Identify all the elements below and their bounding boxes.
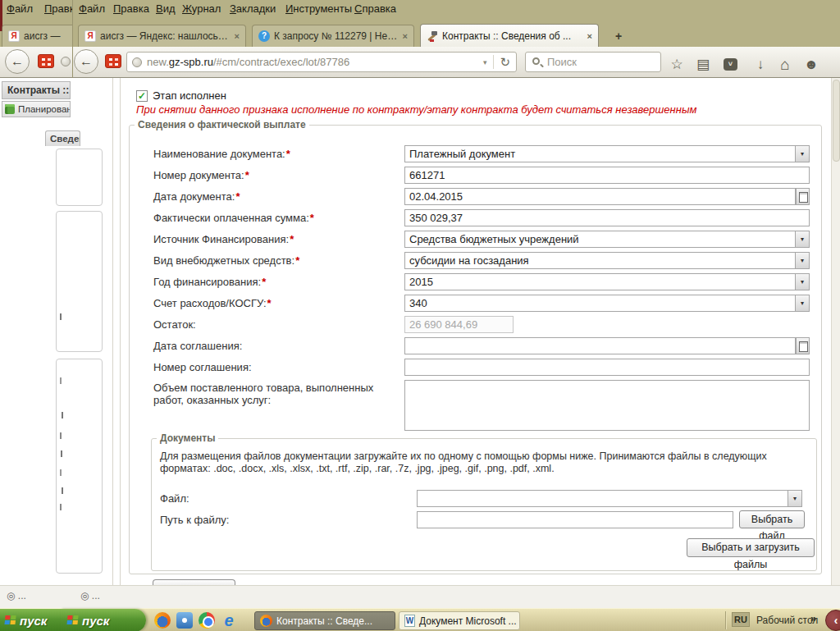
chevron-down-icon[interactable]: ▾ — [795, 231, 809, 247]
field-label: Счет расходов/КОСГУ: — [153, 297, 267, 309]
menu-edit[interactable]: Правка — [113, 2, 149, 15]
tab-contracts-active[interactable]: Контракты :: Сведения об ... × — [420, 24, 599, 47]
planning-icon — [5, 104, 15, 114]
firefox-quicklaunch-icon[interactable] — [154, 612, 171, 629]
blue-app-quicklaunch-icon[interactable] — [176, 612, 193, 629]
panel-divider — [120, 78, 121, 585]
form-row-kosgu: Счет расходов/КОСГУ:* 340▾ — [130, 295, 821, 313]
reading-list-icon[interactable]: ▤ — [692, 54, 714, 75]
downloads-icon[interactable]: ↓ — [750, 54, 771, 75]
tray-expander-icon[interactable]: ‹ — [825, 610, 840, 631]
extrabudget-type-select[interactable]: субсидии на госзадания▾ — [404, 252, 810, 269]
tab-helpdesk[interactable]: ? К запросу № 112279 | HelpD... × — [252, 25, 414, 47]
agreement-date-input[interactable] — [404, 337, 796, 354]
file-path-input[interactable] — [417, 511, 733, 528]
menu-tools[interactable]: Инструменты — [285, 2, 352, 15]
doc-date-input[interactable] — [404, 188, 796, 205]
menu-help[interactable]: Справка — [354, 2, 396, 15]
funding-year-select[interactable]: 2015▾ — [404, 273, 810, 290]
file-label: Файл: — [160, 490, 189, 507]
taskbar-task-contracts[interactable]: Контракты :: Сведе... — [254, 611, 395, 630]
required-marker: * — [290, 233, 294, 245]
field-label: Источник Финансирования: — [153, 233, 289, 245]
save-button-clipped[interactable] — [153, 579, 235, 585]
start-button[interactable]: пуск — [61, 609, 146, 631]
calendar-icon[interactable] — [796, 337, 810, 354]
file-select[interactable]: ▾ — [417, 490, 802, 507]
firefox-icon — [260, 615, 272, 627]
form-row-goods-volume: Объем поставленного товара, выполненных … — [130, 380, 821, 432]
stage-complete-checkbox[interactable]: ✓ — [136, 90, 148, 102]
field-label: Вид внебюджетных средств: — [153, 254, 294, 267]
home-icon[interactable]: ⌂ — [774, 54, 796, 75]
choose-file-button[interactable]: Выбрать файл — [739, 510, 805, 528]
desktop-toolbar-label[interactable]: Рабочий стол — [756, 615, 818, 626]
clipped-panel — [56, 149, 103, 206]
status-indicator: ◎ ... — [7, 590, 26, 601]
field-label: Номер документа: — [153, 169, 244, 181]
funding-source-select[interactable]: Средства бюджетных учреждений▾ — [404, 231, 810, 248]
tab-close-icon[interactable]: × — [587, 31, 592, 41]
sidebar-header-contracts: Контракты :: — [2, 81, 71, 99]
tray-chevron-icon[interactable]: » — [810, 612, 816, 624]
page-scrollbar[interactable] — [831, 78, 840, 585]
menu-edit-back[interactable]: Правка — [44, 2, 72, 15]
menu-bookmarks[interactable]: Закладки — [230, 2, 276, 15]
chevron-down-icon[interactable]: ▾ — [795, 146, 809, 162]
menu-file[interactable]: Файл — [79, 2, 105, 15]
yandex-bookmarks-icon[interactable] — [105, 54, 121, 68]
hello-chat-icon[interactable]: ☻ — [801, 54, 822, 75]
chevron-down-icon[interactable]: ▾ — [795, 253, 809, 268]
url-dropdown-icon[interactable]: ▾ — [477, 58, 494, 66]
paid-sum-input[interactable] — [404, 209, 810, 226]
kosgu-select[interactable]: 340▾ — [404, 295, 810, 312]
form-row-doc-date: Дата документа:* — [130, 188, 821, 206]
calendar-icon[interactable] — [796, 188, 810, 205]
bookmark-star-icon[interactable]: ☆ — [666, 54, 687, 75]
stage-complete-label: Этап исполнен — [153, 89, 226, 102]
menu-file-back[interactable]: Файл — [7, 2, 33, 15]
upload-files-button[interactable]: Выбрать и загрузить файлы — [687, 538, 815, 557]
scrollbar-thumb[interactable] — [833, 80, 840, 162]
doc-number-input[interactable] — [404, 167, 810, 184]
back-button[interactable]: ← — [74, 49, 98, 74]
new-tab-button[interactable]: + — [609, 30, 628, 44]
file-path-label: Путь к файлу: — [160, 511, 229, 528]
field-label: Год финансирования: — [153, 276, 261, 288]
windows-flag-icon — [66, 615, 78, 625]
tab-back-window[interactable]: Я аисгз — — [2, 25, 72, 47]
start-button[interactable]: пуск — [0, 609, 61, 631]
tab-svedeniya-clipped[interactable]: Сведения — [45, 130, 80, 146]
pocket-icon[interactable]: ˅ — [724, 58, 737, 71]
tab-yandex-search[interactable]: Я аисгз — Яндекс: нашлось 2... × — [78, 25, 246, 47]
search-box[interactable] — [525, 52, 661, 72]
sidebar-item-planning[interactable]: Планирование — [2, 101, 71, 117]
taskbar: пуск пуск e Контракты :: Сведе... W Доку… — [0, 608, 840, 631]
tab-close-icon[interactable]: × — [403, 31, 408, 41]
yandex-favicon: Я — [84, 30, 96, 42]
chevron-down-icon[interactable]: ▾ — [795, 295, 809, 311]
chevron-down-icon[interactable]: ▾ — [788, 491, 801, 506]
internet-explorer-quicklaunch-icon[interactable]: e — [221, 612, 237, 629]
tab-close-icon[interactable]: × — [235, 31, 240, 41]
goods-volume-textarea[interactable] — [404, 380, 810, 431]
search-input[interactable] — [526, 53, 660, 71]
reload-icon[interactable]: ↻ — [494, 55, 516, 70]
window-seam — [72, 0, 73, 78]
screen: Файл Правка Файл Правка Вид Журнал Закла… — [0, 0, 840, 631]
chrome-quicklaunch-icon[interactable] — [199, 612, 215, 629]
language-indicator[interactable]: RU — [732, 612, 750, 627]
required-marker: * — [295, 254, 299, 267]
chevron-down-icon[interactable]: ▾ — [795, 274, 809, 290]
yandex-bookmarks-icon[interactable] — [38, 54, 54, 68]
menu-history[interactable]: Журнал — [182, 2, 221, 15]
doc-name-select[interactable]: Платежный документ▾ — [404, 145, 810, 162]
url-bar[interactable]: new.gz-spb.ru/#cm/contract/exec/lot/8778… — [126, 52, 517, 72]
taskbar-task-word-document[interactable]: W Документ Microsoft ... — [399, 611, 520, 630]
back-button-back-window[interactable]: ← — [5, 49, 30, 74]
menu-view[interactable]: Вид — [156, 2, 176, 15]
documents-fieldset: Документы Для размещения файлов документ… — [151, 438, 817, 571]
field-label: Дата документа: — [153, 190, 235, 203]
agreement-number-input[interactable] — [404, 359, 810, 376]
required-marker: * — [235, 190, 240, 203]
